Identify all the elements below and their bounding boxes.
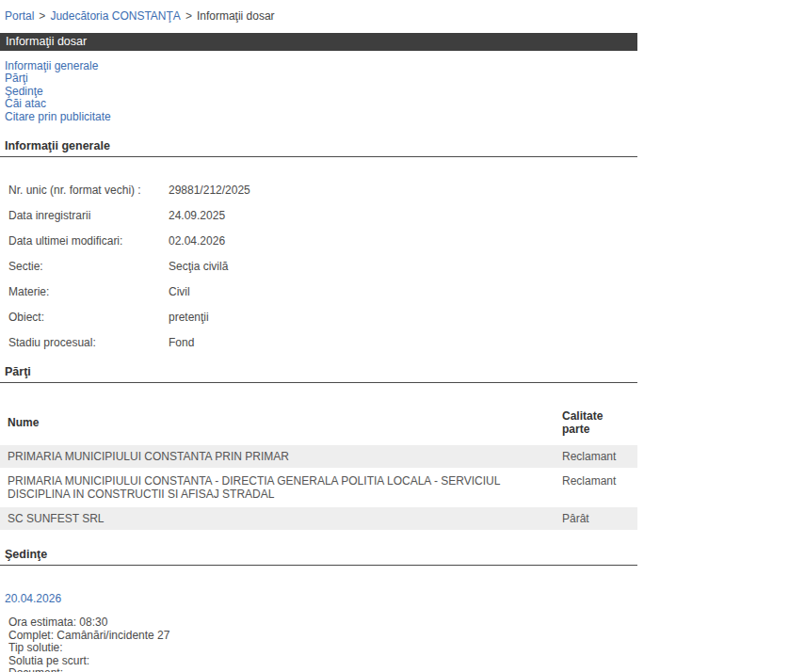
field-label: Materie: xyxy=(8,285,169,298)
field-label: Obiect: xyxy=(8,311,169,324)
hearing-date-link[interactable]: 20.04.2026 xyxy=(5,592,61,605)
section-nav-link[interactable]: Citare prin publicitate xyxy=(5,111,637,123)
field-row: Nr. unic (nr. format vechi) :29881/212/2… xyxy=(8,184,637,197)
party-name-cell: PRIMARIA MUNICIPIULUI CONSTANTA - DIRECT… xyxy=(0,470,555,505)
hearing-detail-line: Ora estimata: 08:30 xyxy=(8,616,637,630)
table-row: SC SUNFEST SRL Pârât xyxy=(0,507,637,530)
breadcrumb-link-portal[interactable]: Portal xyxy=(5,9,34,23)
general-info-fields: Nr. unic (nr. format vechi) :29881/212/2… xyxy=(0,184,637,349)
page-title-bar: Informaţii dosar xyxy=(0,33,637,51)
parties-table: Nume Calitate parte PRIMARIA MUNICIPIULU… xyxy=(0,406,637,532)
hearing-detail-line: Document: xyxy=(8,667,637,672)
hearing-detail-line: Solutia pe scurt: xyxy=(8,655,637,668)
party-role-cell: Reclamant xyxy=(555,445,637,468)
breadcrumb-current: Informaţii dosar xyxy=(197,9,275,23)
breadcrumb-separator: > xyxy=(39,9,45,23)
hearing-detail-line: Complet: Camânări/incidente 27 xyxy=(8,630,637,643)
section-heading-parti: Părţi xyxy=(0,365,637,383)
hearing-block: 20.04.2026 Ora estimata: 08:30 Complet: … xyxy=(0,566,637,672)
field-value: Civil xyxy=(169,285,190,298)
field-label: Stadiu procesual: xyxy=(8,336,169,349)
breadcrumb-separator: > xyxy=(185,9,192,23)
hearing-detail-line: Tip solutie: xyxy=(8,642,637,655)
table-header-row: Nume Calitate parte xyxy=(0,408,637,443)
field-row: Materie:Civil xyxy=(8,285,637,298)
breadcrumb: Portal>Judecătoria CONSTANŢA>Informaţii … xyxy=(0,0,637,33)
field-value: pretenţii xyxy=(169,311,209,324)
section-nav: Informaţii generale Părţi Şedinţe Căi at… xyxy=(0,51,637,123)
table-row: PRIMARIA MUNICIPIULUI CONSTANTA PRIN PRI… xyxy=(0,445,637,468)
column-header-nume: Nume xyxy=(0,408,555,443)
party-role-cell: Pârât xyxy=(555,507,637,530)
field-row: Data ultimei modificari:02.04.2026 xyxy=(8,234,637,248)
field-value: 02.04.2026 xyxy=(169,234,225,248)
section-nav-link[interactable]: Şedinţe xyxy=(5,86,637,98)
page-title: Informaţii dosar xyxy=(6,35,87,48)
section-nav-link[interactable]: Informaţii generale xyxy=(5,60,637,72)
hearing-details: Ora estimata: 08:30 Complet: Camânări/in… xyxy=(0,616,637,672)
column-header-calitate-parte: Calitate parte xyxy=(555,408,637,443)
section-nav-link[interactable]: Căi atac xyxy=(5,98,637,110)
section-heading-sedinte: Şedinţe xyxy=(0,548,637,566)
case-details-page: Portal>Judecătoria CONSTANŢA>Informaţii … xyxy=(0,0,637,672)
field-value: Fond xyxy=(169,336,194,349)
field-row: Stadiu procesual:Fond xyxy=(8,336,637,349)
section-nav-link[interactable]: Părţi xyxy=(5,72,637,85)
party-name-cell: SC SUNFEST SRL xyxy=(0,507,555,530)
field-label: Data ultimei modificari: xyxy=(8,234,169,248)
field-row: Data inregistrarii24.09.2025 xyxy=(8,209,637,222)
party-name-cell: PRIMARIA MUNICIPIULUI CONSTANTA PRIN PRI… xyxy=(0,445,555,468)
field-label: Sectie: xyxy=(8,260,169,273)
field-value: 29881/212/2025 xyxy=(169,184,250,197)
party-role-cell: Reclamant xyxy=(555,470,637,505)
section-heading-informatii-generale: Informaţii generale xyxy=(0,139,637,157)
field-label: Data inregistrarii xyxy=(8,209,169,222)
field-row: Sectie:Secţia civilă xyxy=(8,260,637,273)
field-row: Obiect:pretenţii xyxy=(8,311,637,324)
breadcrumb-link-court[interactable]: Judecătoria CONSTANŢA xyxy=(50,9,181,23)
table-row: PRIMARIA MUNICIPIULUI CONSTANTA - DIRECT… xyxy=(0,470,637,505)
field-value: Secţia civilă xyxy=(169,260,228,273)
field-value: 24.09.2025 xyxy=(169,209,225,222)
field-label: Nr. unic (nr. format vechi) : xyxy=(8,184,169,197)
